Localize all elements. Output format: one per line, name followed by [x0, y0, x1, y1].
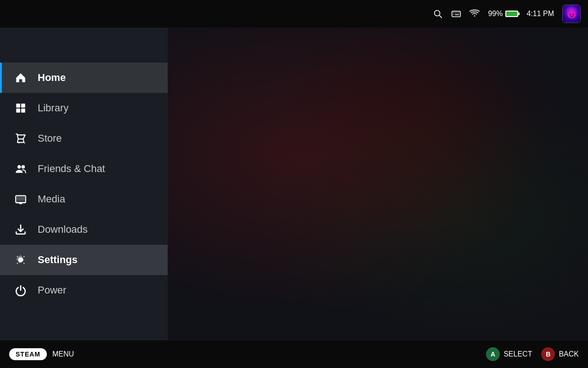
search-icon[interactable]: [433, 9, 443, 19]
battery-icon: [505, 11, 518, 17]
friends-icon: [14, 162, 28, 176]
svg-rect-21: [19, 203, 23, 204]
b-button[interactable]: B: [541, 347, 555, 361]
select-action: A SELECT: [486, 347, 532, 361]
svg-rect-12: [16, 109, 20, 113]
svg-line-1: [440, 15, 442, 17]
svg-rect-11: [21, 104, 25, 108]
svg-rect-2: [452, 12, 460, 17]
background-blur: [168, 28, 588, 340]
home-icon: [14, 71, 28, 85]
sidebar-label-friends: Friends & Chat: [38, 163, 105, 175]
back-action: B BACK: [541, 347, 579, 361]
sidebar-label-media: Media: [38, 193, 65, 205]
back-label: BACK: [559, 350, 579, 358]
main-content: [168, 28, 588, 340]
a-button[interactable]: A: [486, 347, 500, 361]
svg-point-16: [17, 165, 21, 169]
sidebar-item-downloads[interactable]: Downloads: [0, 214, 168, 245]
sidebar-label-library: Library: [38, 102, 68, 114]
svg-point-23: [19, 259, 22, 261]
menu-label: MENU: [52, 350, 74, 358]
sidebar-label-settings: Settings: [38, 254, 78, 266]
sidebar-item-settings[interactable]: Settings: [0, 245, 168, 275]
svg-point-14: [19, 143, 20, 144]
sidebar-item-media[interactable]: Media: [0, 184, 168, 214]
media-icon: [14, 192, 28, 206]
select-label: SELECT: [503, 350, 532, 358]
battery-indicator: 99%: [488, 10, 518, 18]
sidebar-label-store: Store: [38, 132, 62, 144]
sidebar-item-store[interactable]: Store: [0, 123, 168, 154]
sidebar-label-power: Power: [38, 284, 66, 296]
clock: 4:11 PM: [526, 10, 554, 18]
sidebar-item-power[interactable]: Power: [0, 275, 168, 305]
svg-point-15: [24, 143, 25, 144]
store-icon: [14, 132, 28, 145]
svg-point-9: [474, 15, 475, 17]
bottom-bar: STEAM MENU A SELECT B BACK: [0, 340, 588, 368]
sidebar-label-home: Home: [38, 72, 66, 84]
sidebar-item-library[interactable]: Library: [0, 93, 168, 123]
library-icon: [14, 101, 28, 115]
bottom-right-controls: A SELECT B BACK: [486, 347, 579, 361]
power-icon: [14, 283, 28, 297]
svg-rect-13: [21, 109, 25, 113]
svg-rect-10: [16, 104, 20, 108]
keyboard-icon[interactable]: [451, 9, 461, 19]
avatar[interactable]: 😈: [562, 5, 581, 23]
signal-icon: [469, 9, 480, 19]
sidebar-item-home[interactable]: Home: [0, 63, 168, 93]
top-bar: 99% 4:11 PM 😈: [0, 0, 588, 28]
downloads-icon: [14, 223, 28, 236]
avatar-image: 😈: [563, 5, 580, 23]
sidebar: Home Library Store: [0, 28, 168, 340]
sidebar-label-downloads: Downloads: [38, 224, 88, 236]
steam-button[interactable]: STEAM: [9, 348, 47, 360]
svg-point-17: [22, 165, 25, 169]
battery-percent: 99%: [488, 10, 503, 18]
sidebar-item-friends[interactable]: Friends & Chat: [0, 154, 168, 184]
bottom-left-controls: STEAM MENU: [9, 348, 74, 360]
settings-icon: [14, 253, 28, 267]
